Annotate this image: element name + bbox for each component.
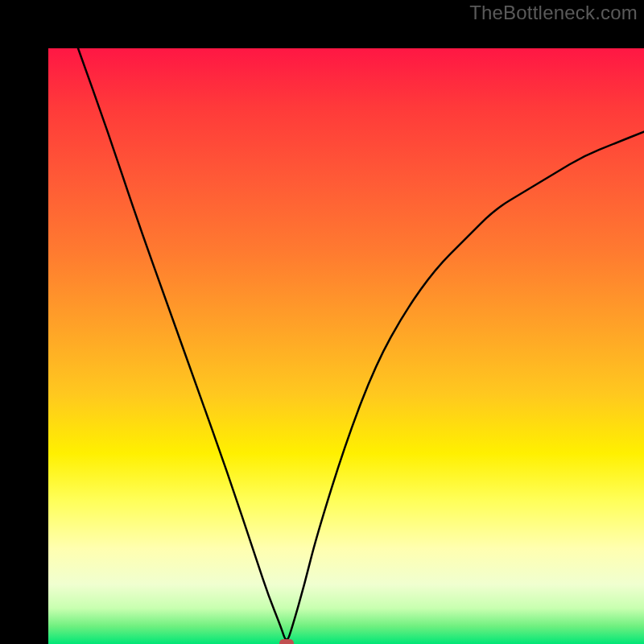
plot-area	[48, 48, 644, 644]
watermark-text: TheBottleneck.com	[469, 2, 638, 24]
chart-frame	[0, 0, 644, 644]
minimum-marker	[279, 639, 294, 644]
bottleneck-curve	[48, 48, 644, 644]
